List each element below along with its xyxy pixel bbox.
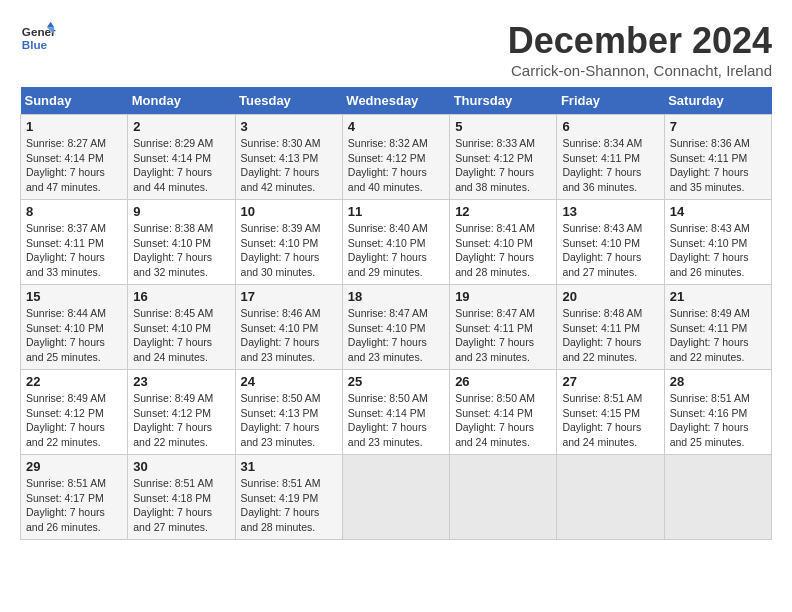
- day-number: 21: [670, 289, 766, 304]
- day-number: 30: [133, 459, 229, 474]
- days-header-row: SundayMondayTuesdayWednesdayThursdayFrid…: [21, 87, 772, 115]
- cell-sun-info: Sunrise: 8:50 AM Sunset: 4:14 PM Dayligh…: [348, 391, 444, 450]
- calendar-cell: 4Sunrise: 8:32 AM Sunset: 4:12 PM Daylig…: [342, 115, 449, 200]
- calendar-week-row: 15Sunrise: 8:44 AM Sunset: 4:10 PM Dayli…: [21, 285, 772, 370]
- day-header-thursday: Thursday: [450, 87, 557, 115]
- day-number: 25: [348, 374, 444, 389]
- day-header-wednesday: Wednesday: [342, 87, 449, 115]
- cell-sun-info: Sunrise: 8:48 AM Sunset: 4:11 PM Dayligh…: [562, 306, 658, 365]
- header: General Blue December 2024 Carrick-on-Sh…: [20, 20, 772, 79]
- cell-sun-info: Sunrise: 8:51 AM Sunset: 4:16 PM Dayligh…: [670, 391, 766, 450]
- day-header-saturday: Saturday: [664, 87, 771, 115]
- cell-sun-info: Sunrise: 8:29 AM Sunset: 4:14 PM Dayligh…: [133, 136, 229, 195]
- logo-icon: General Blue: [20, 20, 56, 56]
- calendar-cell: 12Sunrise: 8:41 AM Sunset: 4:10 PM Dayli…: [450, 200, 557, 285]
- logo: General Blue: [20, 20, 56, 56]
- day-number: 6: [562, 119, 658, 134]
- cell-sun-info: Sunrise: 8:51 AM Sunset: 4:19 PM Dayligh…: [241, 476, 337, 535]
- calendar-cell: 7Sunrise: 8:36 AM Sunset: 4:11 PM Daylig…: [664, 115, 771, 200]
- calendar-cell: 20Sunrise: 8:48 AM Sunset: 4:11 PM Dayli…: [557, 285, 664, 370]
- day-number: 9: [133, 204, 229, 219]
- day-number: 10: [241, 204, 337, 219]
- day-number: 15: [26, 289, 122, 304]
- title-area: December 2024 Carrick-on-Shannon, Connac…: [508, 20, 772, 79]
- day-number: 12: [455, 204, 551, 219]
- day-number: 26: [455, 374, 551, 389]
- day-number: 2: [133, 119, 229, 134]
- cell-sun-info: Sunrise: 8:51 AM Sunset: 4:18 PM Dayligh…: [133, 476, 229, 535]
- calendar-cell: 26Sunrise: 8:50 AM Sunset: 4:14 PM Dayli…: [450, 370, 557, 455]
- cell-sun-info: Sunrise: 8:46 AM Sunset: 4:10 PM Dayligh…: [241, 306, 337, 365]
- day-number: 28: [670, 374, 766, 389]
- cell-sun-info: Sunrise: 8:32 AM Sunset: 4:12 PM Dayligh…: [348, 136, 444, 195]
- cell-sun-info: Sunrise: 8:43 AM Sunset: 4:10 PM Dayligh…: [670, 221, 766, 280]
- calendar-cell: 22Sunrise: 8:49 AM Sunset: 4:12 PM Dayli…: [21, 370, 128, 455]
- cell-sun-info: Sunrise: 8:40 AM Sunset: 4:10 PM Dayligh…: [348, 221, 444, 280]
- calendar-cell: 8Sunrise: 8:37 AM Sunset: 4:11 PM Daylig…: [21, 200, 128, 285]
- day-number: 24: [241, 374, 337, 389]
- day-number: 14: [670, 204, 766, 219]
- cell-sun-info: Sunrise: 8:41 AM Sunset: 4:10 PM Dayligh…: [455, 221, 551, 280]
- cell-sun-info: Sunrise: 8:49 AM Sunset: 4:11 PM Dayligh…: [670, 306, 766, 365]
- cell-sun-info: Sunrise: 8:47 AM Sunset: 4:11 PM Dayligh…: [455, 306, 551, 365]
- cell-sun-info: Sunrise: 8:38 AM Sunset: 4:10 PM Dayligh…: [133, 221, 229, 280]
- calendar-cell: 1Sunrise: 8:27 AM Sunset: 4:14 PM Daylig…: [21, 115, 128, 200]
- calendar-cell: 11Sunrise: 8:40 AM Sunset: 4:10 PM Dayli…: [342, 200, 449, 285]
- cell-sun-info: Sunrise: 8:36 AM Sunset: 4:11 PM Dayligh…: [670, 136, 766, 195]
- calendar-week-row: 29Sunrise: 8:51 AM Sunset: 4:17 PM Dayli…: [21, 455, 772, 540]
- cell-sun-info: Sunrise: 8:47 AM Sunset: 4:10 PM Dayligh…: [348, 306, 444, 365]
- calendar-cell: 13Sunrise: 8:43 AM Sunset: 4:10 PM Dayli…: [557, 200, 664, 285]
- cell-sun-info: Sunrise: 8:49 AM Sunset: 4:12 PM Dayligh…: [26, 391, 122, 450]
- cell-sun-info: Sunrise: 8:30 AM Sunset: 4:13 PM Dayligh…: [241, 136, 337, 195]
- calendar-week-row: 8Sunrise: 8:37 AM Sunset: 4:11 PM Daylig…: [21, 200, 772, 285]
- day-number: 1: [26, 119, 122, 134]
- calendar-cell: 27Sunrise: 8:51 AM Sunset: 4:15 PM Dayli…: [557, 370, 664, 455]
- cell-sun-info: Sunrise: 8:27 AM Sunset: 4:14 PM Dayligh…: [26, 136, 122, 195]
- day-number: 4: [348, 119, 444, 134]
- calendar-cell: 19Sunrise: 8:47 AM Sunset: 4:11 PM Dayli…: [450, 285, 557, 370]
- cell-sun-info: Sunrise: 8:37 AM Sunset: 4:11 PM Dayligh…: [26, 221, 122, 280]
- calendar-cell: 3Sunrise: 8:30 AM Sunset: 4:13 PM Daylig…: [235, 115, 342, 200]
- calendar-cell: 24Sunrise: 8:50 AM Sunset: 4:13 PM Dayli…: [235, 370, 342, 455]
- calendar-cell: 21Sunrise: 8:49 AM Sunset: 4:11 PM Dayli…: [664, 285, 771, 370]
- cell-sun-info: Sunrise: 8:51 AM Sunset: 4:15 PM Dayligh…: [562, 391, 658, 450]
- calendar-cell: 6Sunrise: 8:34 AM Sunset: 4:11 PM Daylig…: [557, 115, 664, 200]
- calendar-cell: 30Sunrise: 8:51 AM Sunset: 4:18 PM Dayli…: [128, 455, 235, 540]
- cell-sun-info: Sunrise: 8:43 AM Sunset: 4:10 PM Dayligh…: [562, 221, 658, 280]
- day-number: 3: [241, 119, 337, 134]
- calendar-cell: [664, 455, 771, 540]
- day-number: 27: [562, 374, 658, 389]
- calendar-cell: 29Sunrise: 8:51 AM Sunset: 4:17 PM Dayli…: [21, 455, 128, 540]
- calendar-cell: 9Sunrise: 8:38 AM Sunset: 4:10 PM Daylig…: [128, 200, 235, 285]
- day-number: 20: [562, 289, 658, 304]
- day-number: 29: [26, 459, 122, 474]
- calendar-cell: 18Sunrise: 8:47 AM Sunset: 4:10 PM Dayli…: [342, 285, 449, 370]
- calendar-cell: 5Sunrise: 8:33 AM Sunset: 4:12 PM Daylig…: [450, 115, 557, 200]
- day-number: 17: [241, 289, 337, 304]
- day-number: 22: [26, 374, 122, 389]
- day-number: 13: [562, 204, 658, 219]
- day-number: 18: [348, 289, 444, 304]
- day-number: 31: [241, 459, 337, 474]
- cell-sun-info: Sunrise: 8:34 AM Sunset: 4:11 PM Dayligh…: [562, 136, 658, 195]
- calendar-cell: [342, 455, 449, 540]
- day-number: 19: [455, 289, 551, 304]
- cell-sun-info: Sunrise: 8:49 AM Sunset: 4:12 PM Dayligh…: [133, 391, 229, 450]
- calendar-cell: [450, 455, 557, 540]
- calendar-cell: 23Sunrise: 8:49 AM Sunset: 4:12 PM Dayli…: [128, 370, 235, 455]
- cell-sun-info: Sunrise: 8:44 AM Sunset: 4:10 PM Dayligh…: [26, 306, 122, 365]
- cell-sun-info: Sunrise: 8:45 AM Sunset: 4:10 PM Dayligh…: [133, 306, 229, 365]
- day-number: 8: [26, 204, 122, 219]
- calendar-cell: 16Sunrise: 8:45 AM Sunset: 4:10 PM Dayli…: [128, 285, 235, 370]
- calendar-cell: 31Sunrise: 8:51 AM Sunset: 4:19 PM Dayli…: [235, 455, 342, 540]
- cell-sun-info: Sunrise: 8:33 AM Sunset: 4:12 PM Dayligh…: [455, 136, 551, 195]
- calendar-cell: 2Sunrise: 8:29 AM Sunset: 4:14 PM Daylig…: [128, 115, 235, 200]
- day-number: 11: [348, 204, 444, 219]
- calendar-week-row: 22Sunrise: 8:49 AM Sunset: 4:12 PM Dayli…: [21, 370, 772, 455]
- day-header-tuesday: Tuesday: [235, 87, 342, 115]
- day-header-friday: Friday: [557, 87, 664, 115]
- cell-sun-info: Sunrise: 8:50 AM Sunset: 4:14 PM Dayligh…: [455, 391, 551, 450]
- calendar-cell: 17Sunrise: 8:46 AM Sunset: 4:10 PM Dayli…: [235, 285, 342, 370]
- svg-text:Blue: Blue: [22, 38, 48, 51]
- day-number: 23: [133, 374, 229, 389]
